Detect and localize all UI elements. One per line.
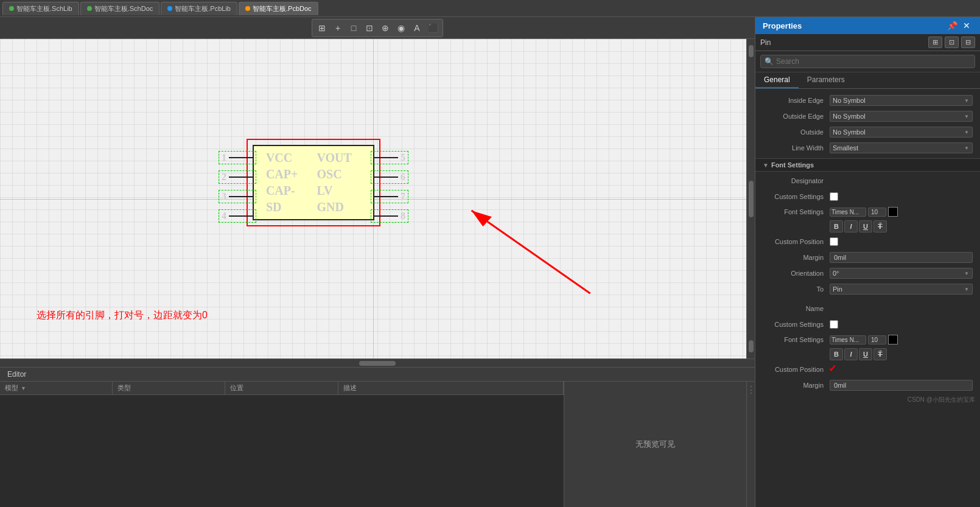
editor-panel: Editor 模型 ▼ 类型 位置	[0, 367, 755, 507]
toolbar-cross-btn[interactable]: ⊕	[378, 21, 393, 35]
select-font-name[interactable]: Times N...	[830, 335, 866, 344]
v-scroll-down[interactable]	[749, 340, 754, 352]
btn-strikethrough-name[interactable]: T̄	[873, 348, 887, 360]
btn-bold-des[interactable]: B	[830, 220, 843, 233]
checkbox-custom-settings-name[interactable]	[830, 320, 838, 329]
search-input-wrap: 🔍	[760, 55, 975, 68]
tab-pcbdoc[interactable]: 智能车主板.PcbDoc	[239, 2, 318, 15]
row-font-settings-name: Font Settings Times N...	[755, 332, 980, 347]
select-to[interactable]: Pin	[830, 284, 973, 295]
pin-num-3: 3	[222, 191, 226, 202]
row-line-width: Line Width Smallest	[755, 140, 980, 156]
section-font-label: Font Settings	[771, 161, 814, 169]
tab-label-schdoc: 智能车主板.SchDoc	[94, 4, 153, 13]
horizontal-scrollbar[interactable]	[0, 358, 755, 367]
editor-header: 模型 ▼ 类型 位置 描述	[0, 382, 564, 395]
v-scroll-up[interactable]	[749, 45, 754, 57]
font-controls-des: B I U T̄	[830, 220, 887, 233]
props-more-btn[interactable]: ⊟	[961, 37, 975, 48]
select-outside-edge[interactable]: No Symbol	[830, 111, 973, 122]
schematic-component: 1 2	[247, 139, 380, 226]
pin-line-7	[374, 196, 398, 197]
tab-pcblib[interactable]: 智能车主板.PcbLib	[161, 2, 237, 15]
select-outside[interactable]: No Symbol	[830, 127, 973, 138]
props-content: Inside Edge No Symbol Outside Edge No Sy…	[755, 89, 980, 507]
editor-preview: 无预览可见	[564, 382, 746, 507]
props-filter-btn[interactable]: ⊞	[928, 37, 942, 48]
vertical-scrollbar[interactable]	[746, 39, 755, 358]
pin-name-gnd: GND	[317, 200, 360, 214]
tab-label-schlib: 智能车主板.SchLib	[16, 4, 72, 13]
tab-schdoc[interactable]: 智能车主板.SchDoc	[80, 2, 160, 15]
toolbar-rect-btn[interactable]: □	[346, 21, 361, 35]
select-line-width[interactable]: Smallest	[830, 142, 973, 153]
toolbar-filter-btn[interactable]: ⊞	[315, 21, 329, 35]
toolbar-text-btn[interactable]: A	[410, 21, 424, 35]
pin-num-8: 8	[401, 211, 405, 222]
select-outside-edge-wrap: No Symbol	[830, 111, 973, 122]
select-line-width-wrap: Smallest	[830, 142, 973, 153]
btn-strikethrough-des[interactable]: T̄	[873, 220, 887, 233]
props-close-btn[interactable]: ✕	[961, 21, 973, 30]
font-row-des: Times N...	[830, 207, 973, 217]
v-scroll-thumb[interactable]	[749, 181, 754, 217]
toolbar-select-btn[interactable]: ⊡	[362, 21, 377, 35]
input-font-size-des[interactable]	[868, 208, 886, 217]
tab-parameters[interactable]: Parameters	[799, 72, 853, 88]
color-picker-des[interactable]	[888, 207, 898, 217]
color-picker-name[interactable]	[888, 335, 898, 344]
row-custom-settings-des: Custom Settings	[755, 189, 980, 205]
pin-name-osc: OSC	[317, 167, 360, 181]
label-designator: Designator	[763, 177, 830, 184]
row-inside-edge: Inside Edge No Symbol	[755, 93, 980, 108]
col-position: 位置	[225, 382, 338, 394]
editor-tab-label: Editor	[7, 370, 26, 379]
main-area: ⊞ + □ ⊡ ⊕ ◉ A ⬛	[0, 17, 980, 507]
pin-name-cap-plus: CAP+	[266, 167, 307, 181]
editor-tab[interactable]: Editor	[0, 368, 755, 382]
h-scroll-thumb[interactable]	[359, 361, 396, 366]
section-font-settings[interactable]: ▼ Font Settings	[755, 158, 980, 172]
toolbar-black-btn[interactable]: ⬛	[425, 21, 440, 35]
select-orientation[interactable]: 0°	[830, 268, 973, 279]
props-expand-btn[interactable]: ⊡	[945, 37, 959, 48]
col-position-label: 位置	[230, 383, 243, 393]
btn-italic-name[interactable]: I	[844, 348, 858, 360]
label-custom-position-des: Custom Position	[763, 238, 830, 245]
select-inside-edge[interactable]: No Symbol	[830, 95, 973, 106]
row-margin-name: Margin	[755, 377, 980, 393]
select-outside-wrap: No Symbol	[830, 127, 973, 138]
watermark: CSDN @小阳先生的宝库	[755, 393, 980, 407]
col-model: 模型 ▼	[0, 382, 113, 394]
toolbar-circle-btn[interactable]: ◉	[394, 21, 408, 35]
tab-dot-schlib	[9, 6, 14, 11]
input-font-size-name[interactable]	[868, 335, 886, 344]
canvas[interactable]: 1 2	[0, 39, 746, 358]
checkbox-custom-position-name-wrap: ✓	[830, 365, 838, 375]
btn-italic-des[interactable]: I	[844, 220, 858, 233]
pin-num-2: 2	[222, 172, 226, 183]
input-margin-des[interactable]	[830, 252, 973, 263]
col-sort-icon: ▼	[21, 385, 26, 391]
tab-schlib[interactable]: 智能车主板.SchLib	[2, 2, 79, 15]
toolbar-group: ⊞ + □ ⊡ ⊕ ◉ A ⬛	[312, 19, 443, 37]
btn-underline-des[interactable]: U	[859, 220, 872, 233]
label-outside: Outside	[763, 128, 830, 136]
btn-underline-name[interactable]: U	[859, 348, 872, 360]
col-type-label: 类型	[117, 383, 131, 393]
pin-num-5: 5	[401, 152, 405, 163]
pin-num-6: 6	[401, 172, 405, 183]
tab-dot-pcblib	[167, 6, 172, 11]
checkbox-custom-position-des[interactable]	[830, 237, 838, 246]
toolbar-add-btn[interactable]: +	[331, 21, 345, 35]
props-pin-btn[interactable]: 📌	[946, 21, 958, 30]
editor-resize-handle[interactable]: ⋮	[746, 382, 755, 507]
pin-line-8	[374, 215, 398, 217]
pin-line-5	[374, 157, 398, 158]
checkbox-custom-settings-des[interactable]	[830, 192, 838, 201]
tab-general[interactable]: General	[755, 72, 799, 88]
select-font-des[interactable]: Times N...	[830, 208, 866, 217]
input-margin-name[interactable]	[830, 380, 973, 391]
btn-bold-name[interactable]: B	[830, 348, 843, 360]
search-input[interactable]	[776, 57, 971, 66]
